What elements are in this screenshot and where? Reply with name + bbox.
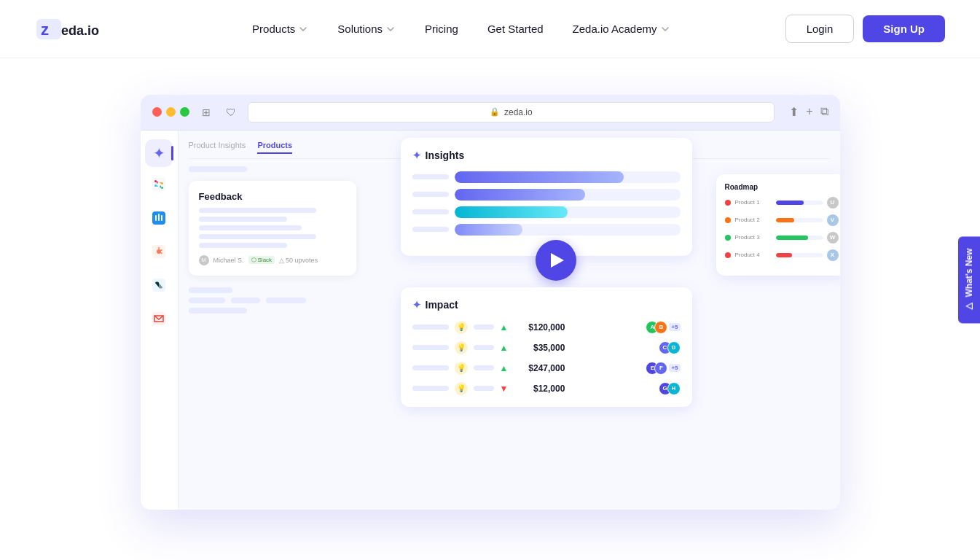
copy-icon[interactable]: ⧉ <box>820 105 828 119</box>
signup-button[interactable]: Sign Up <box>863 15 945 42</box>
impact-stub-1 <box>412 324 449 330</box>
impact-row-3: 💡 ▲ $247,000 E F +5 <box>412 362 681 375</box>
plus-badge-1: +5 <box>669 323 680 331</box>
bar-row-4 <box>412 224 681 236</box>
trend-up-3: ▲ <box>500 363 509 373</box>
svg-line-11 <box>160 250 162 251</box>
bar-fill-3 <box>455 206 568 218</box>
sidebar-toggle-icon[interactable]: ⊞ <box>198 104 214 120</box>
impact-icon-3: 💡 <box>455 362 468 375</box>
roadmap-bar-track-4 <box>776 253 823 257</box>
feedback-list <box>189 287 356 314</box>
roadmap-bar-fill-2 <box>776 218 795 222</box>
insights-bars <box>412 171 681 236</box>
play-triangle-icon <box>551 253 564 268</box>
add-tab-icon[interactable]: + <box>806 105 812 119</box>
slack-icon <box>151 176 167 196</box>
impact-icon-2: 💡 <box>455 341 468 354</box>
bar-track-4 <box>455 224 681 236</box>
minimize-button-tl[interactable] <box>166 107 176 117</box>
roadmap-avatar-1: U <box>827 197 839 209</box>
share-icon[interactable]: ⬆ <box>789 105 799 119</box>
lock-icon: 🔒 <box>490 107 500 117</box>
impact-value-2: $35,000 <box>514 343 565 353</box>
roadmap-row-1: Product 1 U <box>725 197 839 209</box>
svg-rect-7 <box>161 215 162 221</box>
app-sidebar: ✦ <box>141 131 179 510</box>
bar-fill-2 <box>455 189 586 201</box>
insights-panel: ✦ Insights <box>401 138 692 256</box>
roadmap-bar-fill-3 <box>776 236 809 240</box>
sidebar-item-gmail[interactable] <box>145 307 173 335</box>
tab-products[interactable]: Products <box>257 141 292 154</box>
logo[interactable]: z eda.io <box>35 13 137 45</box>
sidebar-item-intercom[interactable] <box>145 206 173 234</box>
traffic-lights <box>152 107 189 117</box>
bar-row-1 <box>412 171 681 183</box>
browser-content: ✦ <box>141 131 840 510</box>
svg-text:z: z <box>41 20 49 39</box>
roadmap-card: Roadmap Product 1 U <box>716 174 840 276</box>
sidebar-item-zendesk[interactable] <box>145 273 173 301</box>
tab-product-insights[interactable]: Product Insights <box>189 141 246 154</box>
browser-action-buttons: ⬆ + ⧉ <box>789 105 828 119</box>
list-stub-1 <box>189 287 232 293</box>
roadmap-dot-1 <box>725 200 731 206</box>
hero-section: ⊞ 🛡 🔒 zeda.io ⬆ + ⧉ ✦ <box>0 58 980 560</box>
close-button-tl[interactable] <box>152 107 162 117</box>
sidebar-item-hubspot[interactable] <box>145 240 173 268</box>
impact-row-1: 💡 ▲ $120,000 A B +5 <box>412 321 681 334</box>
roadmap-dot-4 <box>725 252 731 258</box>
feedback-line-3 <box>199 225 302 230</box>
impact-avatars-2: C D <box>663 341 681 354</box>
bar-label-1 <box>412 174 449 179</box>
bar-label-2 <box>412 192 449 197</box>
roadmap-row-4: Product 4 X <box>725 249 839 261</box>
roadmap-label-2: Product 2 <box>735 217 772 223</box>
maximize-button-tl[interactable] <box>180 107 189 117</box>
roadmap-label-3: Product 3 <box>735 234 772 241</box>
feedback-line-5 <box>199 243 287 248</box>
shield-icon: 🛡 <box>223 104 239 120</box>
bar-row-3 <box>412 206 681 218</box>
nav-pricing[interactable]: Pricing <box>413 17 470 41</box>
sidebar-item-zeda[interactable]: ✦ <box>145 139 173 167</box>
nav-academy[interactable]: Zeda.io Academy <box>561 17 682 41</box>
feedback-line-4 <box>199 234 317 239</box>
svg-line-12 <box>160 252 162 253</box>
play-button[interactable] <box>536 240 576 281</box>
avatar-1b: B <box>654 321 667 334</box>
roadmap-avatar-4: X <box>827 249 839 261</box>
gmail-icon <box>151 311 167 330</box>
list-stub-2 <box>189 308 247 314</box>
impact-row-4: 💡 ▼ $12,000 G H <box>412 382 681 395</box>
avatar-3b: F <box>654 362 667 375</box>
svg-rect-6 <box>158 214 160 221</box>
nav-products[interactable]: Products <box>240 17 320 41</box>
browser-topbar: ⊞ 🛡 🔒 zeda.io ⬆ + ⧉ <box>141 95 840 131</box>
impact-value-3: $247,000 <box>514 363 565 373</box>
list-stub-row <box>189 298 356 303</box>
bar-track-3 <box>455 206 681 218</box>
whats-new-tab[interactable]: ▷ What's New <box>958 237 980 324</box>
impact-panel: ✦ Impact 💡 ▲ $120,000 <box>401 287 692 407</box>
login-button[interactable]: Login <box>785 15 855 43</box>
roadmap-label-4: Product 4 <box>735 252 772 258</box>
hubspot-icon <box>151 244 167 263</box>
nav-get-started[interactable]: Get Started <box>476 17 555 41</box>
nav-solutions[interactable]: Solutions <box>326 17 407 41</box>
svg-rect-5 <box>155 215 157 221</box>
bar-fill-1 <box>455 171 624 183</box>
address-bar[interactable]: 🔒 zeda.io <box>248 102 775 122</box>
bar-track-1 <box>455 171 681 183</box>
sidebar-item-slack[interactable] <box>145 173 173 201</box>
impact-stub-3 <box>412 365 449 370</box>
plus-badge-3: +5 <box>669 364 680 372</box>
impact-stub-2 <box>412 345 449 350</box>
impact-sparkle-icon: ✦ <box>412 299 421 311</box>
whats-new-label: What's New <box>964 249 974 298</box>
feedback-author: Michael S. <box>213 257 244 264</box>
feedback-lines <box>199 208 346 248</box>
heading-stub-1 <box>189 166 247 172</box>
impact-title: ✦ Impact <box>412 299 681 311</box>
